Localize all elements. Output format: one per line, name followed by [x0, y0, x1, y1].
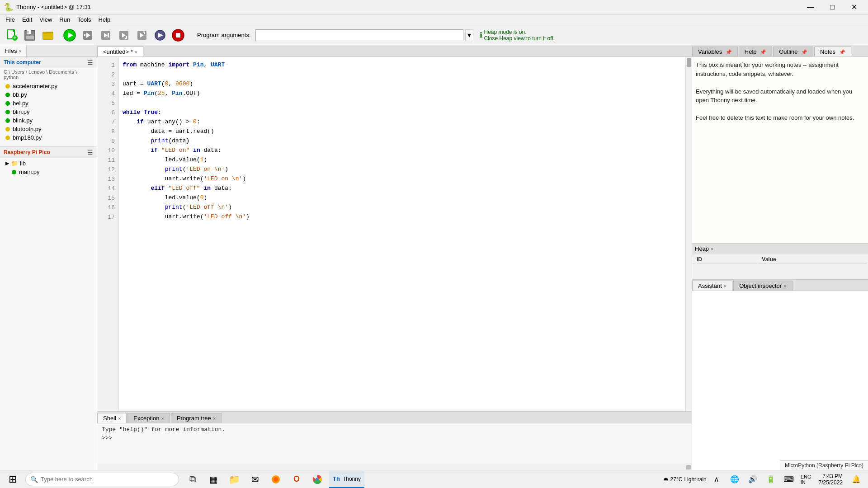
code-line-4: led = Pin(25, Pin.OUT): [123, 89, 682, 99]
mail-button[interactable]: ✉: [245, 471, 265, 488]
right-panel: Variables 📌 Help 📌 Outline 📌 Notes 📌 Thi…: [692, 45, 868, 470]
step-into-button[interactable]: [116, 27, 132, 43]
chrome-button[interactable]: [307, 471, 327, 488]
weather-desc: Light rain: [684, 476, 706, 483]
weather-widget[interactable]: 🌧 27°C Light rain: [663, 476, 707, 483]
battery-icon[interactable]: 🔋: [763, 471, 779, 488]
args-dropdown-button[interactable]: ▾: [465, 29, 473, 41]
shell-tab-close[interactable]: ×: [118, 416, 121, 421]
code-content[interactable]: from machine import Pin, UART uart = UAR…: [119, 57, 685, 411]
language-indicator[interactable]: ENG IN: [799, 474, 813, 485]
list-item[interactable]: main.py: [0, 168, 97, 176]
exception-tab[interactable]: Exception ×: [127, 413, 170, 423]
menu-run[interactable]: Run: [56, 15, 74, 24]
window-controls: — □ ✕: [800, 0, 864, 14]
code-line-9: print(data): [123, 136, 682, 146]
notes-tab-pin[interactable]: 📌: [839, 49, 845, 55]
office-button[interactable]: O: [287, 471, 307, 488]
files-panel: Files × This computer ☰ C:\ Users \ Leno…: [0, 45, 97, 470]
variables-tab-pin[interactable]: 📌: [726, 49, 732, 55]
editor-scrollbar[interactable]: [685, 57, 692, 411]
start-button[interactable]: ⊞: [2, 471, 24, 488]
firefox-button[interactable]: [266, 471, 286, 488]
file-explorer-button[interactable]: 📁: [224, 471, 244, 488]
files-tab[interactable]: Files ×: [0, 45, 27, 56]
code-line-2: [123, 70, 682, 80]
save-button[interactable]: [22, 27, 38, 43]
list-item[interactable]: blink.py: [0, 116, 97, 125]
svg-point-34: [274, 477, 278, 482]
list-item[interactable]: bb.py: [0, 90, 97, 99]
code-editor[interactable]: 1 2 3 4 5 6 7 8 9 10 11 12 13 14 15 16 1…: [97, 57, 692, 411]
list-item[interactable]: blutooth.py: [0, 125, 97, 133]
minimize-button[interactable]: —: [800, 0, 821, 14]
list-item[interactable]: blin.py: [0, 108, 97, 116]
list-item[interactable]: ▶ 📁 lib: [0, 159, 97, 168]
list-item[interactable]: accelerometer.py: [0, 82, 97, 90]
debug-button[interactable]: [80, 27, 96, 43]
list-item[interactable]: bmp180.py: [0, 133, 97, 142]
close-button[interactable]: ✕: [844, 0, 864, 14]
tab-help[interactable]: Help 📌: [739, 47, 772, 56]
micropython-status: MicroPython (Raspberry Pi Pico): [780, 460, 868, 470]
this-computer-menu[interactable]: ☰: [87, 59, 93, 66]
tab-notes[interactable]: Notes 📌: [814, 47, 851, 56]
files-tab-close[interactable]: ×: [19, 48, 21, 54]
thonny-app-button[interactable]: Th Thonny: [329, 471, 364, 487]
list-item[interactable]: bel.py: [0, 99, 97, 108]
this-computer-header[interactable]: This computer ☰: [0, 57, 97, 68]
assistant-tab[interactable]: Assistant ×: [692, 281, 732, 291]
file-dot-green: [5, 93, 10, 97]
search-input[interactable]: [41, 476, 174, 483]
program-tree-tab[interactable]: Program tree ×: [171, 413, 222, 423]
file-dot-green: [5, 118, 10, 123]
maximize-button[interactable]: □: [822, 0, 843, 14]
step-over-button[interactable]: [98, 27, 114, 43]
system-clock[interactable]: 7:43 PM 7/25/2022: [815, 473, 846, 486]
tab-variables[interactable]: Variables 📌: [692, 47, 738, 56]
help-tab-pin[interactable]: 📌: [760, 49, 766, 55]
menu-help[interactable]: Help: [95, 15, 114, 24]
notes-content[interactable]: This box is meant for your working notes…: [692, 57, 868, 243]
rpi-file-list: ▶ 📁 lib main.py: [0, 158, 97, 177]
menu-file[interactable]: File: [2, 15, 19, 24]
menu-view[interactable]: View: [36, 15, 56, 24]
editor-tabs: <untitled> * ×: [97, 45, 692, 57]
resume-button[interactable]: [152, 27, 168, 43]
file-dot-green: [5, 110, 10, 114]
editor-tab-untitled[interactable]: <untitled> * ×: [97, 47, 143, 56]
network-icon[interactable]: 🌐: [726, 471, 743, 488]
object-inspector-tab-close[interactable]: ×: [783, 283, 786, 289]
bottom-scrollbar[interactable]: [97, 464, 692, 470]
taskbar-search-box[interactable]: 🔍: [25, 473, 179, 486]
widgets-button[interactable]: ▦: [203, 471, 223, 488]
program-args-input[interactable]: [255, 29, 463, 41]
shell-content[interactable]: Type "help()" for more information. >>>: [97, 423, 692, 464]
editor-tab-close[interactable]: ×: [135, 49, 137, 55]
new-file-button[interactable]: +: [4, 27, 20, 43]
run-button[interactable]: [61, 27, 78, 43]
search-icon: 🔍: [30, 476, 38, 483]
stop-button[interactable]: [170, 27, 186, 43]
heap-close-button[interactable]: ×: [711, 246, 713, 252]
rpi-header[interactable]: Raspberry Pi Pico ☰: [0, 146, 97, 158]
chevron-up-button[interactable]: ∧: [708, 471, 725, 488]
exception-tab-close[interactable]: ×: [161, 416, 164, 421]
object-inspector-tab[interactable]: Object inspector ×: [733, 281, 792, 291]
task-view-button[interactable]: ⧉: [183, 471, 203, 488]
program-tree-tab-close[interactable]: ×: [213, 416, 216, 421]
menu-tools[interactable]: Tools: [74, 15, 94, 24]
load-button[interactable]: [40, 27, 56, 43]
heap-label: Heap: [695, 245, 709, 252]
keyboard-icon[interactable]: ⌨: [781, 471, 797, 488]
step-out-button[interactable]: [134, 27, 150, 43]
notification-button[interactable]: 🔔: [848, 471, 864, 488]
menu-edit[interactable]: Edit: [19, 15, 36, 24]
sound-icon[interactable]: 🔊: [745, 471, 761, 488]
rpi-menu[interactable]: ☰: [87, 149, 93, 156]
main-layout: Files × This computer ☰ C:\ Users \ Leno…: [0, 45, 868, 470]
outline-tab-pin[interactable]: 📌: [801, 49, 807, 55]
shell-tab[interactable]: Shell ×: [97, 413, 127, 423]
assistant-tab-close[interactable]: ×: [724, 283, 726, 289]
tab-outline[interactable]: Outline 📌: [773, 47, 813, 56]
